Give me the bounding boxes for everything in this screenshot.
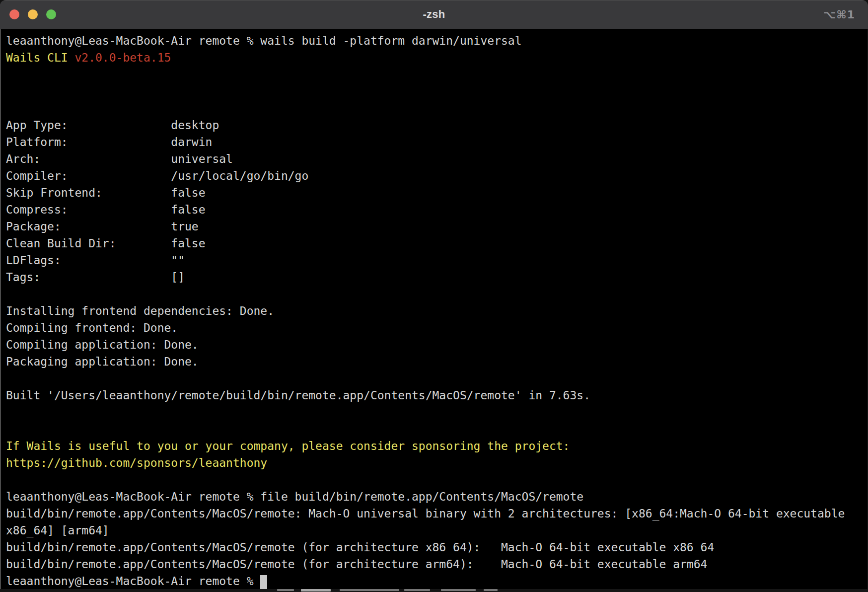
terminal-line: leaanthony@Leas-MacBook-Air remote %: [6, 573, 862, 589]
terminal-window: -zsh ⌥⌘1 leaanthony@Leas-MacBook-Air rem…: [0, 0, 868, 589]
terminal-line: Package: true: [6, 218, 862, 235]
terminal-line: build/bin/remote.app/Contents/MacOS/remo…: [6, 505, 862, 522]
terminal-cursor: [260, 575, 267, 590]
terminal-line: Clean Build Dir: false: [6, 235, 862, 252]
terminal-line: Installing frontend dependencies: Done.: [6, 302, 862, 319]
terminal-line: [6, 83, 862, 100]
terminal-line: [6, 100, 862, 117]
terminal-line: leaanthony@Leas-MacBook-Air remote % wai…: [6, 32, 862, 49]
terminal-line: [6, 421, 862, 438]
terminal-line: x86_64] [arm64]: [6, 522, 862, 539]
terminal-output[interactable]: leaanthony@Leas-MacBook-Air remote % wai…: [0, 29, 868, 589]
terminal-line: leaanthony@Leas-MacBook-Air remote % fil…: [6, 488, 862, 505]
screen: -zsh ⌥⌘1 leaanthony@Leas-MacBook-Air rem…: [0, 0, 868, 592]
terminal-line: [6, 286, 862, 302]
background-window-sliver: [0, 589, 868, 592]
terminal-line: Packaging application: Done.: [6, 353, 862, 370]
terminal-line: [6, 404, 862, 421]
terminal-line: If Wails is useful to you or your compan…: [6, 438, 862, 454]
window-title: -zsh: [0, 0, 868, 29]
terminal-line: App Type: desktop: [6, 117, 862, 134]
terminal-line: Skip Frontend: false: [6, 184, 862, 201]
tab-shortcut-label: ⌥⌘1: [823, 0, 855, 29]
terminal-line: [6, 370, 862, 387]
terminal-line: build/bin/remote.app/Contents/MacOS/remo…: [6, 556, 862, 573]
terminal-line: LDFlags: "": [6, 252, 862, 269]
terminal-line: Tags: []: [6, 269, 862, 286]
terminal-line: [6, 471, 862, 488]
terminal-line: Arch: universal: [6, 150, 862, 167]
terminal-line: https://github.com/sponsors/leaanthony: [6, 454, 862, 471]
terminal-line: Built '/Users/leaanthony/remote/build/bi…: [6, 387, 862, 404]
terminal-line: [6, 66, 862, 83]
terminal-line: Compiling application: Done.: [6, 336, 862, 353]
terminal-line: Compiler: /usr/local/go/bin/go: [6, 167, 862, 184]
terminal-line: Compress: false: [6, 201, 862, 218]
terminal-line: build/bin/remote.app/Contents/MacOS/remo…: [6, 539, 862, 556]
terminal-line: Platform: darwin: [6, 134, 862, 150]
titlebar[interactable]: -zsh ⌥⌘1: [0, 0, 868, 29]
terminal-line: Wails CLI v2.0.0-beta.15: [6, 49, 862, 66]
terminal-line: Compiling frontend: Done.: [6, 319, 862, 336]
